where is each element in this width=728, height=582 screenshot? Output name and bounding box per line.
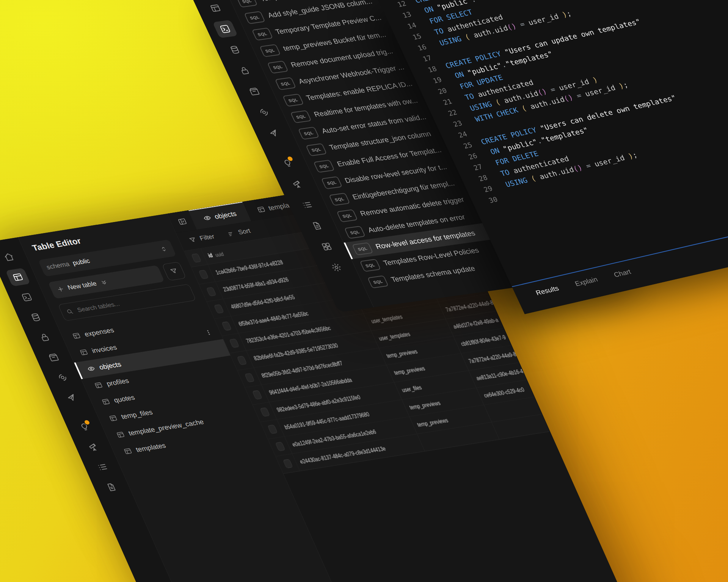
table-menu-button[interactable] bbox=[204, 329, 213, 336]
chevron-expand-icon bbox=[158, 245, 169, 253]
nav-logs-button[interactable] bbox=[90, 458, 115, 476]
integrations-icon bbox=[320, 241, 334, 252]
tab-label: objects bbox=[213, 210, 238, 221]
new-table-label: New table bbox=[66, 280, 98, 292]
nav-auth-button[interactable] bbox=[232, 61, 257, 80]
row-checkbox[interactable] bbox=[221, 321, 232, 330]
sql-badge: SQL bbox=[252, 28, 273, 41]
column-name: id bbox=[207, 252, 214, 259]
sql-badge: SQL bbox=[298, 127, 320, 140]
assistant-icon bbox=[267, 128, 281, 138]
results-tab-chart[interactable]: Chart bbox=[613, 268, 632, 279]
nav-advisors-button[interactable] bbox=[72, 418, 97, 436]
realtime-icon bbox=[257, 107, 271, 117]
nav-realtime-button[interactable] bbox=[251, 103, 277, 121]
row-checkbox[interactable] bbox=[267, 425, 278, 434]
nav-database-button[interactable] bbox=[23, 308, 48, 327]
results-tab-results[interactable]: Results bbox=[535, 285, 560, 297]
filter-label: Filter bbox=[198, 233, 216, 242]
sort-button[interactable]: Sort bbox=[226, 227, 252, 238]
sql-badge: SQL bbox=[236, 0, 258, 8]
nav-auth-button[interactable] bbox=[32, 328, 57, 347]
table-editor-icon bbox=[122, 447, 133, 455]
chevrons-down-icon bbox=[99, 278, 109, 286]
nav-reports-button[interactable] bbox=[285, 175, 310, 193]
select-all-checkbox[interactable] bbox=[191, 253, 201, 262]
nav-settings-button[interactable] bbox=[324, 258, 349, 277]
eye-icon bbox=[202, 214, 213, 222]
nav-integrations-button[interactable] bbox=[314, 238, 339, 256]
column-type: uuid bbox=[214, 250, 224, 258]
table-editor-icon bbox=[93, 381, 104, 390]
row-checkbox[interactable] bbox=[275, 442, 285, 451]
sql-badge: SQL bbox=[352, 242, 373, 255]
nav-assistant-button[interactable] bbox=[59, 388, 84, 407]
table-name-label: templates bbox=[135, 441, 167, 454]
row-checkbox[interactable] bbox=[198, 270, 209, 279]
logs-icon bbox=[300, 200, 314, 210]
table-editor-icon bbox=[209, 3, 223, 13]
table-editor-icon bbox=[100, 397, 111, 406]
table-name-label: profiles bbox=[105, 377, 130, 388]
row-checkbox[interactable] bbox=[214, 304, 224, 313]
nav-advisors-button[interactable] bbox=[275, 154, 301, 172]
row-checkbox[interactable] bbox=[244, 373, 254, 382]
sql-badge: SQL bbox=[282, 94, 304, 107]
sql-badge: SQL bbox=[336, 209, 358, 222]
table-name-label: expenses bbox=[83, 326, 115, 338]
nav-storage-button[interactable] bbox=[41, 348, 66, 367]
nav-assistant-button[interactable] bbox=[261, 124, 287, 142]
sql-badge: SQL bbox=[313, 160, 335, 173]
nav-sql-editor-button[interactable] bbox=[14, 288, 39, 307]
sql-editor-icon bbox=[20, 292, 34, 303]
nav-storage-button[interactable] bbox=[242, 82, 267, 100]
nav-api-docs-button[interactable] bbox=[99, 478, 124, 496]
api-docs-icon bbox=[105, 482, 119, 493]
funnel-icon bbox=[188, 236, 198, 244]
nav-sql-editor-button[interactable] bbox=[212, 20, 238, 38]
row-checkbox[interactable] bbox=[283, 459, 293, 468]
plus-icon bbox=[55, 285, 66, 293]
nav-api-docs-button[interactable] bbox=[304, 217, 330, 235]
sql-badge: SQL bbox=[290, 110, 312, 124]
reports-icon bbox=[87, 441, 101, 452]
table-editor-icon bbox=[115, 430, 126, 439]
database-icon bbox=[228, 44, 242, 55]
sql-badge: SQL bbox=[267, 61, 289, 74]
row-checkbox[interactable] bbox=[252, 390, 262, 399]
nav-database-button[interactable] bbox=[222, 41, 248, 59]
schema-select-value: public bbox=[71, 257, 91, 267]
table-editor-icon bbox=[108, 414, 119, 422]
search-icon bbox=[65, 308, 74, 315]
table-name-label: invoices bbox=[90, 343, 118, 355]
sort-label: Sort bbox=[237, 227, 252, 236]
storage-icon bbox=[247, 86, 261, 97]
nav-home-button[interactable] bbox=[0, 248, 22, 266]
nav-table-editor-button[interactable] bbox=[203, 0, 228, 17]
filter-button[interactable]: Filter bbox=[188, 233, 216, 244]
row-checkbox[interactable] bbox=[229, 339, 239, 348]
nav-reports-button[interactable] bbox=[81, 438, 106, 456]
filter-tables-button[interactable] bbox=[162, 262, 187, 281]
table-name-label: temp_files bbox=[120, 408, 154, 421]
sql-badge: SQL bbox=[329, 193, 350, 206]
nav-realtime-button[interactable] bbox=[50, 368, 75, 387]
results-tabbar: ResultsExplainChart bbox=[512, 191, 728, 314]
assistant-icon bbox=[64, 392, 78, 403]
sql-badge: SQL bbox=[275, 77, 297, 90]
schema-select-label: schema bbox=[46, 260, 71, 271]
results-tab-explain[interactable]: Explain bbox=[574, 275, 599, 288]
auth-icon bbox=[238, 65, 252, 76]
row-checkbox[interactable] bbox=[260, 407, 270, 416]
realtime-icon bbox=[56, 372, 70, 383]
nav-logs-button[interactable] bbox=[295, 196, 320, 214]
sql-badge: SQL bbox=[259, 44, 281, 57]
nav-table-editor-button[interactable] bbox=[5, 268, 30, 286]
row-checkbox[interactable] bbox=[237, 356, 247, 365]
eye-icon bbox=[86, 365, 96, 373]
sql-badge: SQL bbox=[344, 226, 366, 239]
table-name-label: objects bbox=[98, 360, 122, 371]
home-icon bbox=[2, 252, 16, 263]
storage-icon bbox=[47, 352, 61, 363]
row-checkbox[interactable] bbox=[206, 287, 216, 296]
